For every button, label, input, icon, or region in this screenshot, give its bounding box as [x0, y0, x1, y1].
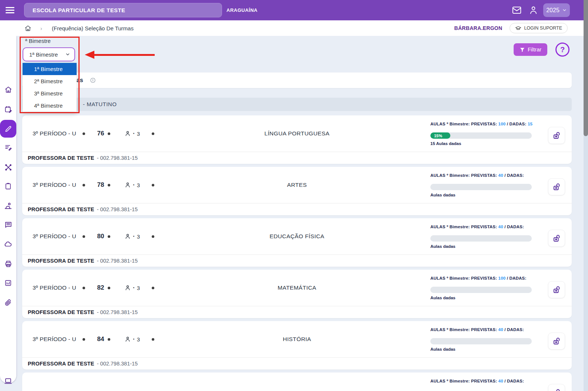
school-selector[interactable]: ESCOLA PARTICULAR DE TESTE — [24, 3, 222, 17]
bimestre-option[interactable]: 2ª Bimestre — [23, 75, 77, 87]
breadcrumb: (Frequência) Seleção De Turmas — [52, 25, 134, 31]
aulas-dadas-caption: Aulas dadas — [430, 347, 456, 351]
progress-track — [430, 184, 532, 190]
annotation-red-arrow — [85, 51, 94, 59]
graduation-cap-icon — [515, 25, 521, 31]
shift-group-label: - MATUTINO — [83, 98, 117, 111]
aulas-previstas: 100 — [498, 276, 506, 280]
class-card-list: 3º PERÍODO - U 76 · 3 LÍNGUA PORTUGUESA … — [22, 115, 572, 391]
aulas-dadas-caption: Aulas dadas — [430, 296, 456, 300]
aulas-previstas: 40 — [498, 173, 503, 178]
teacher-row: PROFESSORA DE TESTE - 002.798.381-15 — [28, 255, 138, 267]
list-edit-icon[interactable] — [0, 139, 16, 156]
annotation-red-arrow-shaft — [94, 54, 155, 56]
city-label: ARAGUAÍNA — [226, 0, 258, 20]
bimestre-label: ª Bimestre — [25, 38, 51, 44]
home-breadcrumb-icon[interactable] — [24, 25, 31, 32]
year-value: 2025 — [546, 7, 560, 14]
class-row[interactable]: 3º PERÍODO - U 76 · 3 LÍNGUA PORTUGUESA … — [22, 115, 572, 152]
teacher-name: PROFESSORA DE TESTE — [28, 206, 94, 212]
breadcrumb-separator: › — [40, 25, 42, 31]
bimestre-option[interactable]: 3ª Bimestre — [23, 87, 77, 100]
class-card: 3º PERÍODO - U 82 · 3 MATEMÁTICA AULAS º… — [22, 270, 572, 318]
teacher-row: PROFESSORA DE TESTE - 002.798.381-15 — [28, 306, 138, 318]
bar-chart-icon[interactable] — [0, 274, 16, 291]
class-card: · AULAS º Bimestre: PREVISTAS: 40 / DADA… — [22, 373, 572, 391]
lock-open-button[interactable] — [548, 333, 565, 350]
aulas-summary: AULAS º Bimestre: PREVISTAS: 40 / DADAS: — [430, 379, 524, 383]
cloud-icon[interactable] — [0, 236, 16, 253]
help-button[interactable]: ? — [555, 43, 569, 57]
class-row[interactable]: 3º PERÍODO - U 82 · 3 MATEMÁTICA AULAS º… — [22, 270, 572, 306]
teacher-name: PROFESSORA DE TESTE — [28, 309, 94, 315]
aulas-prefix: AULAS º Bimestre: PREVISTAS: — [430, 173, 497, 178]
teacher-name: PROFESSORA DE TESTE — [28, 361, 94, 367]
mail-icon[interactable] — [512, 5, 522, 15]
calendar-edit-icon[interactable] — [0, 101, 16, 118]
lock-open-button[interactable] — [548, 127, 565, 144]
question-icon: ? — [560, 45, 565, 54]
bimestre-option[interactable]: 1ª Bimestre — [23, 63, 77, 75]
lock-open-button[interactable] — [548, 281, 565, 298]
teacher-row: PROFESSORA DE TESTE - 002.798.381-15 — [28, 357, 138, 370]
progress-track — [430, 287, 532, 293]
aulas-dadas: 15 — [528, 122, 532, 126]
aulas-dadas-label: / DADAS: — [507, 122, 527, 126]
scrollbar-thumb[interactable] — [584, 0, 588, 136]
progress-track: 15% — [430, 132, 532, 139]
progress-percent: 15% — [434, 134, 442, 138]
vertical-scrollbar[interactable] — [584, 0, 588, 391]
progress-fill: 15% — [430, 132, 450, 139]
aulas-previstas: 40 — [498, 379, 503, 383]
year-selector[interactable]: 2025 — [543, 3, 570, 17]
class-row[interactable]: · AULAS º Bimestre: PREVISTAS: 40 / DADA… — [22, 373, 572, 391]
breadcrumb-bar: › (Frequência) Seleção De Turmas BÁRBARA… — [0, 20, 588, 36]
aulas-prefix: AULAS º Bimestre: PREVISTAS: — [430, 379, 497, 383]
printer-icon[interactable] — [0, 255, 16, 272]
class-card: 3º PERÍODO - U 84 · 3 HISTÓRIA AULAS º B… — [22, 321, 572, 370]
clipboard-icon[interactable] — [0, 178, 16, 195]
teacher-icon[interactable] — [0, 197, 16, 214]
aulas-dadas-label: / DADAS: — [504, 327, 524, 332]
class-row[interactable]: 3º PERÍODO - U 80 · 3 EDUCAÇÃO FÍSICA AU… — [22, 218, 572, 255]
school-name: ESCOLA PARTICULAR DE TESTE — [33, 7, 125, 13]
aulas-summary: AULAS º Bimestre: PREVISTAS: 40 / DADAS: — [430, 327, 524, 332]
tools-icon[interactable] — [0, 159, 16, 176]
list-title-card: Turmas — [22, 73, 572, 88]
class-card: 3º PERÍODO - U 76 · 3 LÍNGUA PORTUGUESA … — [22, 115, 572, 164]
bimestre-dropdown-list: 1ª Bimestre2ª Bimestre3ª Bimestre4ª Bime… — [23, 63, 77, 112]
aulas-summary: AULAS º Bimestre: PREVISTAS: 100 / DADAS… — [430, 122, 532, 126]
lock-open-button[interactable] — [548, 230, 565, 247]
teacher-document: - 002.798.381-15 — [97, 155, 138, 161]
aulas-prefix: AULAS º Bimestre: PREVISTAS: — [430, 225, 497, 229]
lock-open-button[interactable] — [548, 178, 565, 195]
home-icon[interactable] — [0, 81, 16, 98]
chat-icon[interactable] — [0, 216, 16, 233]
aulas-previstas: 40 — [498, 327, 503, 332]
pencil-icon-active[interactable] — [0, 120, 16, 138]
user-icon[interactable] — [528, 5, 538, 15]
lock-open-button[interactable] — [548, 384, 565, 391]
teacher-name: PROFESSORA DE TESTE — [28, 155, 94, 161]
bimestre-select[interactable]: 1ª Bimestre — [23, 47, 75, 61]
menu-icon[interactable] — [6, 7, 14, 13]
class-card: 3º PERÍODO - U 78 · 3 ARTES AULAS º Bime… — [22, 167, 572, 215]
laptop-icon[interactable] — [0, 373, 16, 390]
aulas-dadas-caption: 15 Aulas dadas — [430, 141, 461, 146]
class-row[interactable]: 3º PERÍODO - U 78 · 3 ARTES AULAS º Bime… — [22, 167, 572, 203]
aulas-previstas: 100 — [498, 122, 506, 126]
sidebar — [0, 36, 16, 383]
filtrar-label: Filtrar — [528, 47, 541, 53]
class-row[interactable]: 3º PERÍODO - U 84 · 3 HISTÓRIA AULAS º B… — [22, 321, 572, 357]
paperclip-icon[interactable] — [0, 294, 16, 311]
login-support-button[interactable]: LOGIN SUPORTE — [510, 23, 568, 33]
chevron-down-icon — [562, 8, 567, 13]
teacher-name: PROFESSORA DE TESTE — [28, 258, 94, 264]
bimestre-option[interactable]: 4ª Bimestre — [23, 100, 77, 112]
teacher-row: PROFESSORA DE TESTE - 002.798.381-15 — [28, 203, 138, 215]
logged-user: BÁRBARA.ERGON — [454, 25, 503, 31]
aulas-previstas: 40 — [498, 225, 503, 229]
filtrar-button[interactable]: Filtrar — [514, 43, 547, 56]
aulas-dadas-label: / DADAS: — [504, 379, 524, 383]
info-icon[interactable] — [90, 77, 96, 83]
